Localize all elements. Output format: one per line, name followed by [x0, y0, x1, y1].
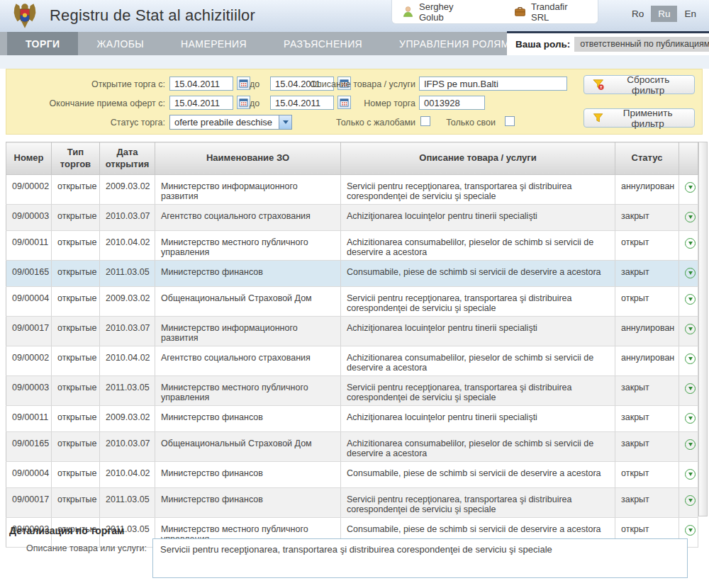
tab-zhaloby[interactable]: ЖАЛОБЫ: [78, 32, 162, 55]
table-row[interactable]: 09/00017открытые2011.03.05Министерство ф…: [6, 488, 698, 518]
cell-number: 09/00002: [6, 346, 52, 376]
cell-status: закрыт: [615, 432, 679, 462]
cell-action: [679, 317, 698, 346]
expand-row-icon[interactable]: [685, 294, 696, 305]
table-row[interactable]: 09/00003открытые2010.03.07Агентство соци…: [6, 205, 698, 231]
apply-filter-label: Применить фильтр: [610, 108, 686, 129]
triangle-down-icon: [688, 215, 693, 219]
expand-row-icon[interactable]: [685, 439, 696, 450]
tab-torgi[interactable]: ТОРГИ: [7, 32, 78, 55]
table-row[interactable]: 09/00165открытые2010.03.07Общенациональн…: [6, 432, 698, 462]
role-value: ответственный по публикациям: [580, 39, 709, 49]
cell-type: открытые: [52, 205, 100, 231]
cell-org: Общенациональный Страховой Дом: [155, 432, 341, 462]
table-scrollbar[interactable]: [698, 142, 708, 516]
table-row[interactable]: 09/00017открытые2010.03.07Министерство и…: [6, 317, 698, 346]
expand-row-icon[interactable]: [685, 495, 696, 506]
expand-row-icon[interactable]: [685, 413, 696, 424]
cell-description: Achizitionarea consumabelilor, pieselor …: [341, 346, 615, 376]
user-box: Serghey Golub Trandafir SRL: [391, 0, 598, 24]
lang-ru[interactable]: Ru: [651, 6, 677, 22]
apply-filter-button[interactable]: Применить фильтр: [584, 108, 695, 128]
table-row[interactable]: 09/00004открытые2010.04.02Министерство ф…: [6, 462, 698, 488]
role-select[interactable]: ответственный по публикациям: [574, 37, 709, 52]
only-own-checkbox[interactable]: [505, 116, 515, 126]
only-complaints-label: Только с жалобами: [313, 118, 415, 128]
expand-row-icon[interactable]: [685, 525, 696, 536]
cell-type: открытые: [52, 175, 100, 205]
expand-row-icon[interactable]: [685, 238, 696, 249]
tab-razyasneniya[interactable]: РАЗЪЯСНЕНИЯ: [265, 32, 381, 55]
cell-org: Министерство местного публичного управле…: [155, 376, 341, 406]
number-filter-input[interactable]: [419, 96, 485, 110]
role-area: Ваша роль: ответственный по публикациям: [507, 31, 709, 55]
table-row[interactable]: 09/00011открытые2009.03.02Министерство ф…: [6, 406, 698, 432]
chevron-down-icon: [279, 115, 291, 129]
expand-row-icon[interactable]: [685, 383, 696, 394]
cell-date: 2009.03.02: [100, 175, 155, 205]
col-number: Номер: [6, 142, 52, 175]
status-select[interactable]: oferte preabile deschise: [169, 115, 292, 130]
table-row[interactable]: 09/00003открытые2011.03.05Министерство м…: [6, 376, 698, 406]
status-select-value: oferte preabile deschise: [170, 117, 279, 128]
cell-description: Achizitionarea consumabelilor, pieselor …: [341, 231, 615, 261]
cell-description: Achiziţionarea locuinţelor pentru tineri…: [341, 406, 615, 432]
funnel-x-icon: [593, 79, 604, 91]
expand-row-icon[interactable]: [685, 324, 696, 334]
triangle-down-icon: [688, 528, 693, 532]
details-description-textarea[interactable]: Servicii pentru recepţionarea, transport…: [152, 538, 688, 578]
triangle-down-icon: [688, 357, 693, 361]
lang-ro[interactable]: Ro: [625, 6, 651, 22]
table-row[interactable]: 09/00002открытые2010.04.02Агентство соци…: [6, 346, 698, 376]
only-complaints-checkbox[interactable]: [420, 116, 430, 126]
cell-status: аннулирован: [615, 175, 679, 205]
status-label: Статус торга:: [12, 118, 165, 128]
offers-from-input[interactable]: [169, 96, 233, 110]
table-row[interactable]: 09/00011открытые2010.04.02Министерство м…: [6, 231, 698, 261]
open-date-label: Открытие торга с:: [12, 79, 165, 89]
table-row[interactable]: 09/00002открытые2009.03.02Министерство и…: [6, 175, 698, 205]
col-description: Описание товара / услуги: [341, 142, 615, 175]
trades-table-header: Номер Тип торгов Дата открытия Наименова…: [6, 142, 698, 175]
offers-end-label: Окончание приема оферт с:: [12, 98, 165, 108]
triangle-down-icon: [688, 473, 693, 476]
cell-number: 09/00017: [6, 488, 52, 518]
cell-type: открытые: [52, 488, 100, 518]
cell-description: Servicii pentru recepţionarea, transport…: [341, 376, 615, 406]
triangle-down-icon: [688, 298, 693, 301]
cell-status: закрыт: [615, 376, 679, 406]
cell-action: [679, 432, 698, 462]
table-row[interactable]: 09/00165открытые2011.03.05Министерство ф…: [6, 261, 698, 287]
open-from-input[interactable]: [169, 77, 233, 91]
cell-description: Achizitionarea consumabelilor, pieselor …: [341, 432, 615, 462]
cell-status: открыт: [615, 231, 679, 261]
cell-action: [679, 287, 698, 317]
trades-table: Номер Тип торгов Дата открытия Наименова…: [6, 142, 698, 548]
cell-type: открытые: [52, 406, 100, 432]
app-header: Registru de Stat al achizitiilor Serghey…: [0, 0, 709, 32]
cell-type: открытые: [52, 287, 100, 317]
description-filter-input[interactable]: [419, 77, 567, 91]
cell-status: аннулирован: [615, 346, 679, 376]
expand-row-icon[interactable]: [685, 182, 696, 193]
cell-action: [679, 406, 698, 432]
lang-en[interactable]: En: [677, 6, 703, 22]
reset-filter-button[interactable]: Сбросить фильтр: [584, 75, 695, 94]
cell-description: Servicii pentru recepţionarea, transport…: [341, 287, 615, 317]
expand-row-icon[interactable]: [685, 469, 696, 480]
cell-org: Общенациональный Страховой Дом: [155, 287, 341, 317]
main-nav: ТОРГИ ЖАЛОБЫ НАМЕРЕНИЯ РАЗЪЯСНЕНИЯ УПРАВ…: [0, 32, 507, 55]
cell-description: Servicii pentru recepţionarea, transport…: [341, 488, 615, 518]
col-actions: [679, 142, 698, 175]
expand-row-icon[interactable]: [685, 212, 696, 222]
tab-namereniya[interactable]: НАМЕРЕНИЯ: [162, 32, 265, 55]
cell-org: Министерство финансов: [155, 462, 341, 488]
triangle-down-icon: [688, 387, 693, 390]
cell-description: Consumabile, piese de schimb si servicii…: [341, 261, 615, 287]
triangle-down-icon: [688, 271, 693, 275]
table-row[interactable]: 09/00004открытые2009.03.02Общенациональн…: [6, 287, 698, 317]
expand-row-icon[interactable]: [685, 268, 696, 278]
expand-row-icon[interactable]: [685, 354, 696, 364]
cell-org: Министерство местного публичного управле…: [155, 231, 341, 261]
col-date: Дата открытия: [100, 142, 155, 175]
